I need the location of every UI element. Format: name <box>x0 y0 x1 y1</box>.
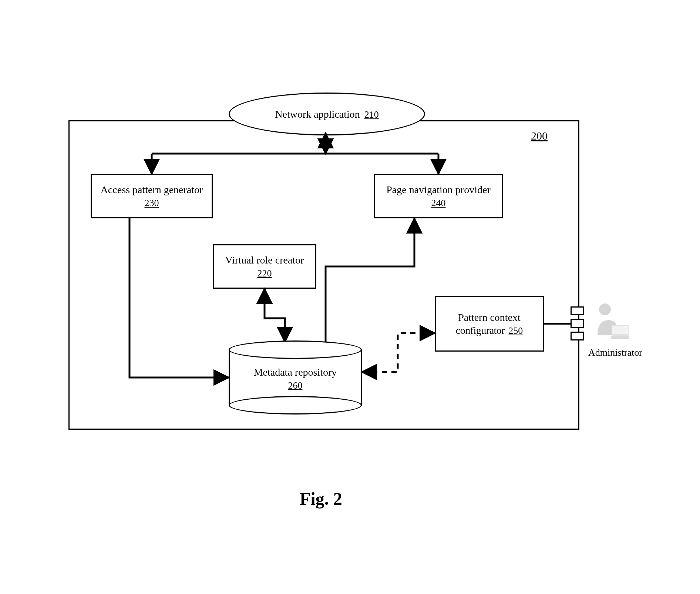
connector-layer <box>0 0 700 594</box>
metadata-repository-label: Metadata repository <box>254 366 337 379</box>
connector-vrc-repo <box>265 289 285 342</box>
connector-pcc-repo-dashed <box>362 333 435 372</box>
connector-repo-to-pnp <box>326 218 414 342</box>
metadata-repository-ref: 260 <box>288 380 303 391</box>
figure-caption: Fig. 2 <box>300 489 342 509</box>
connector-apg-to-repo <box>129 218 229 377</box>
